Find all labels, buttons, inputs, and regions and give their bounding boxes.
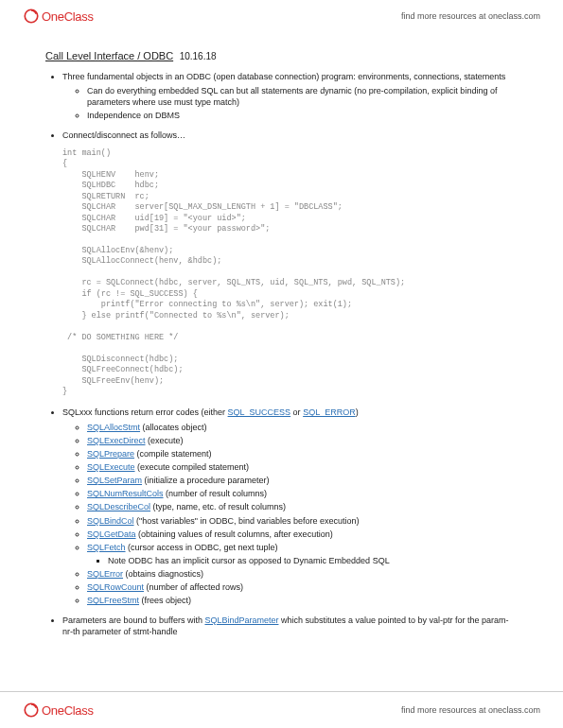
logo-text-footer: OneClass <box>42 703 94 718</box>
func-item: SQLExecDirect (execute) <box>87 435 518 446</box>
intro-text: Three fundamental objects in an ODBC (op… <box>62 72 505 81</box>
connect-heading: Connect/disconnect as follows… <box>62 130 518 141</box>
kw-sql-success: SQL_SUCCESS <box>228 407 291 417</box>
func-desc: (number of result columns) <box>164 489 268 498</box>
header-tagline: find more resources at oneclass.com <box>401 11 540 21</box>
func-desc: ("host variables" in ODBC, bind variable… <box>134 516 360 526</box>
page-footer: OneClass find more resources at oneclass… <box>0 691 563 728</box>
page-header: OneClass find more resources at oneclass… <box>0 0 563 33</box>
svg-point-0 <box>25 9 38 23</box>
funcs-lead-a: SQLxxx functions return error codes (eit… <box>62 407 228 417</box>
func-desc: (obtains diagnostics) <box>123 569 203 579</box>
code-block: int main() { SQLHENV henv; SQLHDBC hdbc;… <box>62 148 518 398</box>
intro-sub-2: Independence on DBMS <box>87 110 518 121</box>
page-title: Call Level Interface / ODBC <box>45 50 173 61</box>
func-name: SQLRowCount <box>87 582 144 592</box>
func-desc: (type, name, etc. of result columns) <box>150 502 286 511</box>
func-item: SQLNumResultCols (number of result colum… <box>87 488 518 499</box>
func-item: SQLSetParam (initialize a procedure para… <box>87 475 518 486</box>
intro-item: Three fundamental objects in an ODBC (op… <box>62 71 518 122</box>
func-name: SQLAllocStmt <box>87 423 140 432</box>
func-name: SQLDescribeCol <box>87 502 150 511</box>
func-desc: (execute) <box>146 436 184 445</box>
func-name: SQLError <box>87 569 123 579</box>
func-desc: (frees object) <box>139 596 191 605</box>
logo-text: OneClass <box>42 9 94 24</box>
func-item: SQLRowCount (number of affected rows) <box>87 581 518 593</box>
func-desc: (compile statement) <box>134 449 212 459</box>
func-name: SQLFreeStmt <box>87 596 139 605</box>
logo-icon <box>23 8 40 25</box>
page-date: 10.16.18 <box>180 51 217 61</box>
brand-logo: OneClass <box>23 8 94 25</box>
funcs-lead-c: ) <box>356 407 359 417</box>
func-desc: (allocates object) <box>140 423 207 432</box>
func-name: SQLBindCol <box>87 516 134 526</box>
func-item: SQLFreeStmt (frees object) <box>87 595 518 606</box>
params-a: Parameters are bound to buffers with <box>62 615 204 625</box>
func-name: SQLGetData <box>87 529 136 539</box>
func-name: SQLExecute <box>87 462 135 472</box>
svg-point-1 <box>25 703 38 717</box>
footer-tagline: find more resources at oneclass.com <box>401 705 540 715</box>
func-desc: (execute compiled statement) <box>135 462 250 472</box>
func-name: SQLPrepare <box>87 449 134 459</box>
brand-logo-footer: OneClass <box>23 702 94 719</box>
funcs-item: SQLxxx functions return error codes (eit… <box>62 407 518 606</box>
func-item: SQLDescribeCol (type, name, etc. of resu… <box>87 501 518 512</box>
func-desc: (initialize a procedure parameter) <box>142 476 270 485</box>
func-item: SQLFetch (cursor access in ODBC, get nex… <box>87 542 518 566</box>
funcs-lead-b: or <box>290 407 303 417</box>
func-item: SQLGetData (obtaining values of result c… <box>87 529 518 540</box>
params-item: Parameters are bound to buffers with SQL… <box>62 615 518 637</box>
func-desc: (cursor access in ODBC, get next tuple) <box>126 543 278 552</box>
title-line: Call Level Interface / ODBC 10.16.18 <box>45 50 518 61</box>
func-desc: (obtaining values of result columns, aft… <box>136 529 333 539</box>
func-item: SQLPrepare (compile statement) <box>87 448 518 459</box>
logo-icon <box>23 702 40 719</box>
func-item: SQLError (obtains diagnostics) <box>87 568 518 580</box>
fetch-note: Note ODBC has an implicit cursor as oppo… <box>108 555 518 566</box>
kw-sqlbindparameter: SQLBindParameter <box>204 615 278 625</box>
func-name: SQLFetch <box>87 543 126 552</box>
func-item: SQLBindCol ("host variables" in ODBC, bi… <box>87 515 518 527</box>
intro-sub-1: Can do everything embedded SQL can but a… <box>87 85 518 108</box>
func-name: SQLExecDirect <box>87 436 146 445</box>
func-item: SQLExecute (execute compiled statement) <box>87 461 518 473</box>
kw-sql-error: SQL_ERROR <box>303 407 356 417</box>
func-item: SQLAllocStmt (allocates object) <box>87 422 518 433</box>
func-name: SQLSetParam <box>87 476 142 485</box>
func-desc: (number of affected rows) <box>144 582 243 592</box>
document-body: Call Level Interface / ODBC 10.16.18 Thr… <box>0 33 563 702</box>
func-name: SQLNumResultCols <box>87 489 164 498</box>
